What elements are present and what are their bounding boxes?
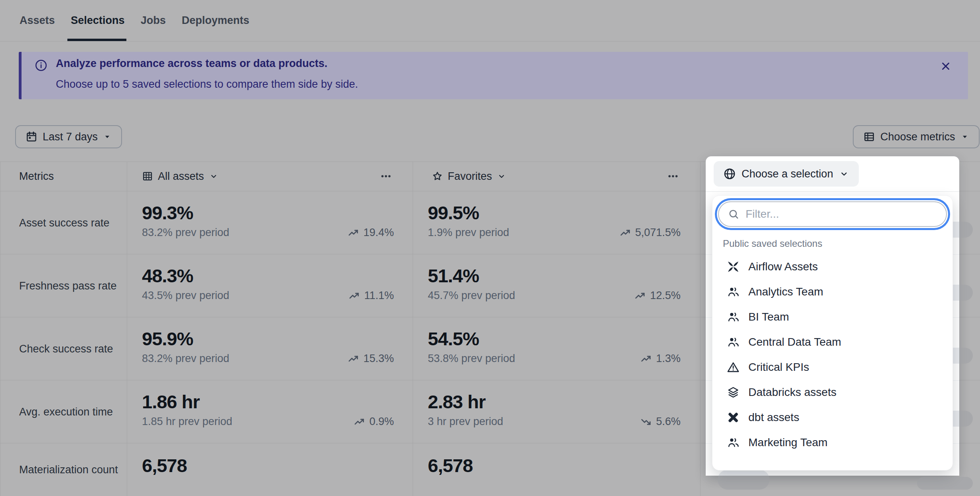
selection-dropdown: Public saved selections Airflow Assets bbox=[712, 195, 953, 470]
trend-value: 15.3% bbox=[363, 352, 394, 365]
trend-value: 5,071.5% bbox=[635, 226, 681, 239]
column-header-all-assets[interactable]: All assets bbox=[142, 161, 218, 191]
metrics-header: Metrics bbox=[19, 161, 54, 191]
choose-metrics-button[interactable]: Choose metrics bbox=[853, 125, 980, 148]
selection-item-bi-team[interactable]: BI Team bbox=[712, 304, 952, 329]
trend-value: 0.9% bbox=[369, 415, 394, 428]
nav-divider bbox=[0, 41, 980, 41]
cell-value: 6,578 bbox=[428, 455, 473, 476]
selection-item-dbt-assets[interactable]: dbt assets bbox=[712, 405, 952, 430]
prev-period-value: 83.2% prev period bbox=[142, 226, 229, 239]
skeleton-pill bbox=[917, 477, 973, 490]
table-grid-icon bbox=[863, 131, 875, 143]
choose-selection-trigger[interactable]: Choose a selection bbox=[714, 161, 859, 187]
trend-up-icon bbox=[348, 227, 360, 239]
prev-period-value: 45.7% prev period bbox=[428, 289, 515, 302]
banner-subtitle: Choose up to 5 saved selections to compa… bbox=[56, 78, 358, 91]
tab-assets[interactable]: Assets bbox=[19, 12, 56, 39]
column-label: All assets bbox=[158, 170, 204, 183]
trend-value: 19.4% bbox=[363, 226, 394, 239]
trend-up-icon bbox=[634, 290, 646, 302]
warning-icon bbox=[727, 361, 740, 374]
caret-down-icon bbox=[103, 132, 112, 141]
globe-icon bbox=[723, 167, 736, 180]
cell-subrow: 83.2% prev period 19.4% bbox=[142, 226, 394, 239]
column-header-favorites[interactable]: Favorites bbox=[432, 161, 506, 191]
prev-period-value: 53.8% prev period bbox=[428, 352, 515, 365]
cell-subrow: 53.8% prev period 1.3% bbox=[428, 352, 681, 365]
prev-period-value: 1.9% prev period bbox=[428, 226, 509, 239]
table-border bbox=[127, 161, 127, 496]
selection-item-critical-kpis[interactable]: Critical KPIs bbox=[712, 354, 952, 380]
trend: 5.6% bbox=[640, 415, 681, 428]
cell-subrow: 1.9% prev period 5,071.5% bbox=[428, 226, 681, 239]
cell-value: 99.3% bbox=[142, 202, 193, 224]
trend-up-icon bbox=[354, 416, 366, 428]
chevron-down-icon bbox=[209, 171, 218, 181]
trend: 15.3% bbox=[348, 352, 394, 365]
airflow-icon bbox=[727, 260, 740, 273]
chevron-down-icon bbox=[497, 171, 506, 181]
top-nav: Assets Selections Jobs Deployments bbox=[19, 12, 250, 39]
filter-input[interactable] bbox=[746, 208, 937, 220]
cell-value: 48.3% bbox=[142, 265, 193, 287]
selection-item-airflow-assets[interactable]: Airflow Assets bbox=[712, 254, 952, 279]
selection-item-label: BI Team bbox=[748, 311, 789, 323]
column-menu-icon[interactable] bbox=[377, 168, 395, 184]
trend: 11.1% bbox=[348, 289, 394, 302]
selection-item-label: Central Data Team bbox=[748, 336, 841, 348]
filter-field bbox=[718, 201, 947, 227]
selection-item-label: Analytics Team bbox=[748, 285, 823, 298]
selection-list: Airflow Assets Analytics Team bbox=[712, 254, 952, 455]
close-icon[interactable] bbox=[938, 58, 954, 74]
tab-deployments[interactable]: Deployments bbox=[181, 12, 250, 39]
trend-value: 5.6% bbox=[656, 415, 681, 428]
prev-period-value: 83.2% prev period bbox=[142, 352, 229, 365]
selection-item-marketing-team[interactable]: Marketing Team bbox=[712, 430, 952, 455]
people-icon bbox=[727, 311, 740, 323]
banner-title: Analyze performance across teams or data… bbox=[56, 57, 327, 70]
selection-item-label: Databricks assets bbox=[748, 386, 836, 399]
selection-item-label: Critical KPIs bbox=[748, 361, 809, 374]
selection-item-databricks-assets[interactable]: Databricks assets bbox=[712, 380, 952, 405]
prev-period-value: 43.5% prev period bbox=[142, 289, 229, 302]
trend: 0.9% bbox=[354, 415, 394, 428]
column-menu-icon[interactable] bbox=[664, 168, 682, 184]
trend: 12.5% bbox=[634, 289, 681, 302]
section-label: Public saved selections bbox=[723, 238, 822, 249]
cell-subrow: 83.2% prev period 15.3% bbox=[142, 352, 394, 365]
cell-subrow: 45.7% prev period 12.5% bbox=[428, 289, 681, 302]
trend: 19.4% bbox=[348, 226, 394, 239]
selection-item-central-data-team[interactable]: Central Data Team bbox=[712, 329, 952, 354]
chevron-down-icon bbox=[839, 169, 849, 179]
tab-jobs[interactable]: Jobs bbox=[140, 12, 167, 39]
column-label: Favorites bbox=[448, 170, 492, 183]
table-border bbox=[0, 161, 0, 496]
metric-name: Check success rate bbox=[19, 317, 119, 380]
cell-value: 2.83 hr bbox=[428, 391, 486, 413]
trend-up-icon bbox=[640, 353, 652, 365]
cell-value: 51.4% bbox=[428, 265, 479, 287]
selection-item-label: Airflow Assets bbox=[748, 260, 818, 273]
selection-item-label: dbt assets bbox=[748, 411, 799, 424]
trend-down-icon bbox=[640, 416, 652, 428]
trend-value: 11.1% bbox=[364, 289, 394, 302]
column-header-divider bbox=[706, 191, 959, 192]
date-range-label: Last 7 days bbox=[43, 131, 98, 143]
search-icon bbox=[728, 208, 740, 220]
info-banner: Analyze performance across teams or data… bbox=[19, 52, 968, 99]
people-icon bbox=[727, 436, 740, 449]
table-border bbox=[700, 161, 701, 496]
choose-selection-label: Choose a selection bbox=[742, 168, 833, 180]
cell-value: 54.5% bbox=[428, 328, 479, 350]
selection-item-analytics-team[interactable]: Analytics Team bbox=[712, 279, 952, 304]
star-icon bbox=[432, 171, 443, 182]
cell-subrow: 1.85 hr prev period 0.9% bbox=[142, 415, 394, 428]
metric-name: Freshness pass rate bbox=[19, 254, 119, 317]
layers-icon bbox=[727, 386, 740, 399]
table-grid-icon bbox=[142, 171, 153, 182]
cell-value: 99.5% bbox=[428, 202, 479, 224]
tab-selections[interactable]: Selections bbox=[70, 12, 126, 39]
date-range-button[interactable]: Last 7 days bbox=[15, 125, 122, 148]
metric-name: Asset success rate bbox=[19, 191, 119, 254]
